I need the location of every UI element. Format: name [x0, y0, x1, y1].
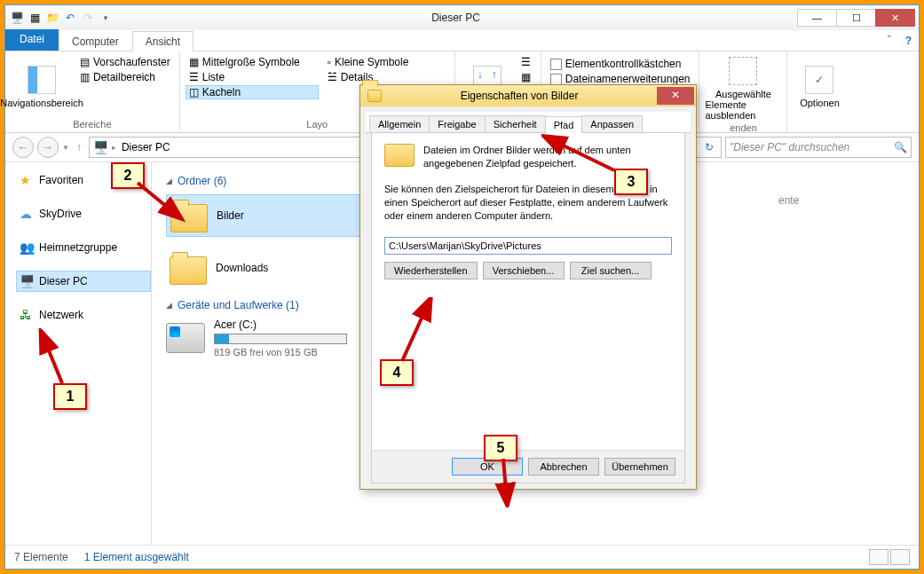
sidebar-item-skydrive[interactable]: ☁SkyDrive: [16, 203, 151, 224]
hide-selected-button[interactable]: Ausgewählte Elemente ausblenden: [705, 53, 781, 121]
folder-icon: [170, 251, 207, 285]
navigation-pane: ★Favoriten ☁SkyDrive 👥Heimnetzgruppe 🖥️D…: [5, 162, 152, 545]
close-button[interactable]: ✕: [875, 9, 915, 27]
quick-access-toolbar: 🖥️ ▦ 📁 ↶ ↷ ▼: [9, 10, 114, 26]
refresh-icon[interactable]: ↻: [701, 141, 717, 153]
group-icon: ☰: [521, 56, 531, 68]
callout-1: 1: [53, 383, 87, 410]
checkbox-icon: [550, 74, 562, 85]
tab-computer[interactable]: Computer: [59, 31, 132, 51]
dialog-titlebar: Eigenschaften von Bilder ✕: [360, 85, 696, 106]
view-medium-button[interactable]: ▦Mittelgroße Symbole: [186, 55, 319, 69]
cancel-button[interactable]: Abbrechen: [528, 458, 599, 476]
callout-5: 5: [484, 435, 517, 461]
view-details-button[interactable]: ☱Details: [324, 70, 439, 84]
search-input[interactable]: "Dieser PC" durchsuchen 🔍: [725, 137, 912, 158]
dialog-tabs: Allgemein Freigabe Sicherheit Pfad Anpas…: [366, 112, 691, 133]
star-icon: ★: [20, 173, 34, 187]
sidebar-item-network[interactable]: 🖧Netzwerk: [16, 304, 151, 326]
svg-line-2: [138, 183, 178, 216]
find-target-button[interactable]: Ziel suchen...: [570, 262, 652, 279]
status-item-count: 7 Elemente: [14, 551, 68, 563]
tab-allgemein[interactable]: Allgemein: [369, 115, 430, 132]
hide-label2: Elemente ausblenden: [705, 99, 781, 121]
callout-4: 4: [380, 359, 414, 386]
back-button[interactable]: ←: [12, 137, 34, 158]
small-icon: ▫: [328, 56, 331, 68]
minimize-button[interactable]: —: [797, 9, 837, 27]
options-label: Optionen: [800, 98, 840, 108]
drive-label: Acer (C:): [214, 318, 347, 331]
path-input[interactable]: [384, 237, 672, 255]
folder-icon: [384, 144, 415, 170]
ribbon-collapse-icon[interactable]: ˆ: [881, 31, 898, 51]
tiles-icon: ◫: [189, 86, 199, 98]
dialog-footer: OK Abbrechen Übernehmen: [372, 450, 684, 483]
tab-anpassen[interactable]: Anpassen: [581, 115, 643, 132]
list-icon: ☰: [189, 71, 199, 83]
apply-button[interactable]: Übernehmen: [604, 458, 675, 476]
view-thumbnails-button[interactable]: [890, 549, 910, 565]
up-button[interactable]: ↑: [73, 141, 85, 153]
new-folder-icon[interactable]: 📁: [44, 10, 60, 26]
details-pane-button[interactable]: ▥Detailbereich: [76, 70, 174, 84]
titlebar: 🖥️ ▦ 📁 ↶ ↷ ▼ Dieser PC — ☐ ✕: [5, 5, 919, 30]
chevron-right-icon[interactable]: ▸: [112, 143, 116, 152]
tab-sicherheit[interactable]: Sicherheit: [485, 115, 546, 132]
cloud-icon: ☁: [20, 207, 34, 221]
help-icon[interactable]: ?: [898, 31, 919, 51]
folder-tile-downloads[interactable]: Downloads: [166, 248, 370, 288]
folder-label: Downloads: [216, 262, 268, 274]
ribbon-group-panes: Navigationsbereich ▤Vorschaufenster ▥Det…: [5, 51, 180, 132]
item-checkboxes-toggle[interactable]: Elementkontrollkästchen: [547, 57, 694, 71]
sidebar-item-thispc[interactable]: 🖥️Dieser PC: [16, 271, 151, 292]
checkbox-icon: [550, 59, 562, 70]
drive-icon: [166, 323, 205, 353]
nav-pane-button[interactable]: Navigationsbereich: [11, 53, 73, 117]
breadcrumb-thispc[interactable]: Dieser PC: [120, 141, 172, 153]
pc-icon: 🖥️: [20, 274, 34, 288]
window-controls: — ☐ ✕: [798, 9, 915, 27]
sidebar-item-homegroup[interactable]: 👥Heimnetzgruppe: [16, 237, 151, 258]
tab-freigabe[interactable]: Freigabe: [429, 115, 485, 132]
maximize-button[interactable]: ☐: [836, 9, 876, 27]
move-button[interactable]: Verschieben...: [483, 262, 565, 279]
forward-button[interactable]: →: [37, 137, 59, 158]
view-tiles-button[interactable]: ◫Kacheln: [186, 85, 319, 99]
callout-2: 2: [111, 162, 145, 189]
view-list-button[interactable]: ☰Liste: [186, 70, 319, 84]
view-small-button[interactable]: ▫Kleine Symbole: [324, 55, 439, 69]
medium-icon: ▦: [189, 56, 199, 68]
svg-line-4: [402, 303, 429, 361]
tab-pfad[interactable]: Pfad: [545, 116, 583, 133]
options-button[interactable]: ✓ Optionen: [793, 53, 846, 117]
group-by-button[interactable]: ☰: [517, 55, 535, 69]
add-columns-button[interactable]: ▦: [517, 70, 535, 84]
status-selection: 1 Element ausgewählt: [84, 551, 189, 563]
nav-pane-icon: [28, 66, 56, 94]
view-details-button[interactable]: [869, 549, 888, 565]
folder-icon: [367, 90, 382, 102]
redo-icon[interactable]: ↷: [80, 10, 96, 26]
restore-button[interactable]: Wiederherstellen: [384, 262, 478, 279]
collapse-icon: ◢: [166, 301, 172, 310]
dialog-close-button[interactable]: ✕: [657, 87, 694, 105]
columns-icon: ▦: [521, 71, 531, 83]
ribbon-group-hide: Ausgewählte Elemente ausblenden enden: [699, 51, 787, 132]
ribbon-group-options: ✓ Optionen: [787, 51, 851, 132]
preview-pane-button[interactable]: ▤Vorschaufenster: [76, 55, 174, 69]
folder-tile-bilder[interactable]: Bilder: [166, 194, 370, 237]
folder-label: Bilder: [217, 209, 244, 222]
nav-pane-label: Navigationsbereich: [0, 98, 83, 108]
properties-icon[interactable]: ▦: [27, 10, 43, 26]
history-dropdown-icon[interactable]: ▼: [62, 144, 69, 152]
preview-icon: ▤: [80, 56, 90, 68]
tab-view[interactable]: Ansicht: [132, 31, 193, 51]
ribbon-tab-strip: Datei Computer Ansicht ˆ ?: [5, 30, 919, 51]
properties-dialog: Eigenschaften von Bilder ✕ Allgemein Fre…: [359, 84, 697, 490]
file-tab[interactable]: Datei: [5, 29, 59, 51]
hide-label1: Ausgewählte: [715, 89, 771, 99]
svg-line-3: [549, 138, 614, 170]
undo-icon[interactable]: ↶: [62, 10, 78, 26]
qat-dropdown-icon[interactable]: ▼: [98, 10, 114, 26]
